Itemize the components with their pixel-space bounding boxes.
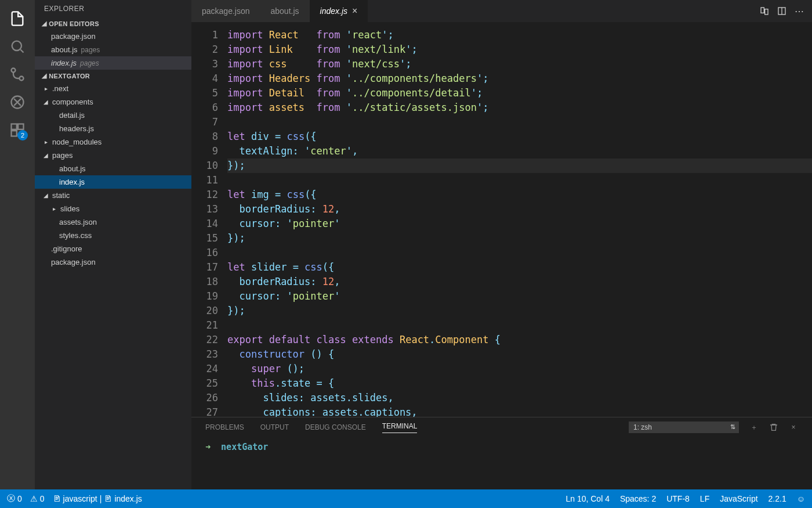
chevron-down-icon: ◢ [42,72,46,80]
status-language[interactable]: JavaScript [720,494,757,503]
warning-icon: ⚠ [30,494,38,503]
tab-actions: ⋯ [752,0,812,22]
chevron-down-icon: ◢ [43,152,49,158]
open-editors-header[interactable]: ◢OPEN EDITORS [35,17,191,30]
debug-icon[interactable] [3,88,31,116]
folder-pages[interactable]: ◢pages [35,149,191,162]
svg-point-0 [12,41,21,51]
folder-slides[interactable]: ▸slides [35,202,191,215]
activity-bar: 2 [0,0,35,489]
file-headers-js[interactable]: headers.js [35,122,191,135]
editor-area: package.json about.js index.js× ⋯ 123456… [191,0,812,489]
file-assets-json[interactable]: assets.json [35,215,191,229]
split-icon[interactable] [777,6,786,16]
status-spaces[interactable]: Spaces: 2 [620,494,656,503]
file-styles-css[interactable]: styles.css [35,229,191,242]
open-editor-item[interactable]: about.jspages [35,43,191,56]
tab-about-js[interactable]: about.js [260,0,310,22]
bottom-panel: PROBLEMS OUTPUT DEBUG CONSOLE TERMINAL 1… [191,417,812,489]
svg-rect-8 [765,9,768,15]
svg-rect-6 [12,131,17,136]
extensions-badge: 2 [17,130,28,140]
svg-rect-5 [18,124,23,129]
chevron-down-icon: ◢ [43,99,49,105]
chevron-down-icon: ◢ [42,20,46,27]
folder-node-modules[interactable]: ▸node_modules [35,135,191,149]
panel-tab-problems[interactable]: PROBLEMS [205,423,244,431]
status-encoding[interactable]: UTF-8 [666,494,690,503]
folder-components[interactable]: ◢components [35,95,191,109]
more-icon[interactable]: ⋯ [795,6,804,16]
status-cursor[interactable]: Ln 10, Col 4 [566,494,610,503]
panel-tab-debug[interactable]: DEBUG CONSOLE [305,423,366,431]
status-eol[interactable]: LF [700,494,709,503]
project-header[interactable]: ◢NEXTGATOR [35,70,191,82]
terminal-select[interactable]: 1: zsh [629,421,739,433]
close-icon[interactable]: × [352,6,357,16]
status-scope[interactable]: 🖹javascript | 🖹index.js [53,494,142,503]
svg-rect-4 [12,124,17,129]
tab-index-js[interactable]: index.js× [310,0,368,22]
file-icon: 🖹 [53,494,61,503]
sidebar: EXPLORER ◢OPEN EDITORS package.json abou… [35,0,191,489]
prompt-arrow: ➜ [205,442,211,452]
explorer-icon[interactable] [3,5,31,33]
folder-static[interactable]: ◢static [35,189,191,202]
chevron-down-icon: ◢ [43,192,49,199]
tab-bar: package.json about.js index.js× ⋯ [191,0,812,22]
terminal-select-wrap: 1: zsh [629,421,739,433]
compare-icon[interactable] [760,6,769,16]
error-icon: ⓧ [7,493,15,504]
source-control-icon[interactable] [3,60,31,88]
panel-tab-output[interactable]: OUTPUT [260,423,289,431]
file-icon: 🖹 [104,494,112,503]
status-errors[interactable]: ⓧ0 [7,493,22,504]
feedback-icon[interactable]: ☺ [797,494,805,503]
kill-terminal-icon[interactable] [769,423,778,432]
terminal[interactable]: ➜ nextGator [191,437,812,489]
tab-package-json[interactable]: package.json [191,0,260,22]
close-panel-icon[interactable]: × [789,423,798,432]
chevron-right-icon: ▸ [43,85,49,92]
svg-point-1 [12,69,16,73]
panel-tab-terminal[interactable]: TERMINAL [382,422,418,433]
file-index-js[interactable]: index.js [35,175,191,189]
file-gitignore[interactable]: .gitignore [35,242,191,255]
file-about-js[interactable]: about.js [35,162,191,175]
folder-next[interactable]: ▸.next [35,82,191,95]
open-editor-item[interactable]: package.json [35,30,191,43]
file-detail-js[interactable]: detail.js [35,109,191,122]
status-bar: ⓧ0 ⚠0 🖹javascript | 🖹index.js Ln 10, Col… [0,489,812,508]
svg-rect-7 [761,8,764,13]
search-icon[interactable] [3,33,31,60]
status-warnings[interactable]: ⚠0 [30,494,45,503]
line-gutter: 1234567891011121314151617181920212223242… [191,22,227,417]
code-content[interactable]: import React from 'react';import Link fr… [227,22,812,417]
chevron-right-icon: ▸ [43,139,49,145]
svg-point-2 [20,77,24,81]
chevron-right-icon: ▸ [51,206,57,212]
open-editor-item[interactable]: index.jspages [35,56,191,70]
sidebar-title: EXPLORER [35,0,191,17]
code-editor[interactable]: 1234567891011121314151617181920212223242… [191,22,812,417]
file-package-json[interactable]: package.json [35,255,191,269]
terminal-cwd: nextGator [221,442,268,452]
new-terminal-icon[interactable]: ＋ [749,423,759,432]
extensions-icon[interactable]: 2 [3,116,31,144]
status-version[interactable]: 2.2.1 [768,494,786,503]
